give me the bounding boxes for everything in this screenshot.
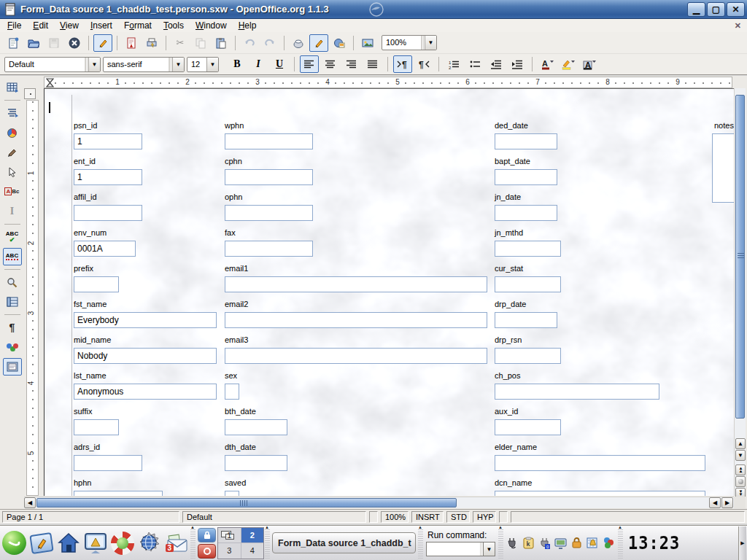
field-input[interactable] xyxy=(225,276,487,292)
vertical-ruler[interactable]: 1 2 3 4 5 xyxy=(26,100,39,496)
home-folder-button[interactable] xyxy=(55,527,82,559)
help-center-button[interactable] xyxy=(109,527,136,559)
field-input[interactable] xyxy=(495,312,557,328)
open-button[interactable] xyxy=(24,34,43,52)
status-hyperlink-mode[interactable]: HYP xyxy=(473,511,496,523)
bold-button[interactable]: B xyxy=(228,55,247,73)
pager-desktop-1[interactable]: 1 xyxy=(218,528,241,543)
field-input[interactable] xyxy=(495,133,557,149)
chevron-down-icon[interactable]: ▼ xyxy=(88,58,100,71)
mail-button[interactable]: 3 xyxy=(163,527,190,559)
autotext-button[interactable]: ABc xyxy=(3,183,22,201)
applet-handle[interactable] xyxy=(618,528,623,559)
panel-hide-button[interactable]: ▶ xyxy=(738,526,746,560)
horizontal-scrollbar-thumb[interactable] xyxy=(36,498,457,508)
menu-tools[interactable]: Tools xyxy=(158,20,190,31)
field-input[interactable] xyxy=(74,169,142,185)
field-input[interactable] xyxy=(74,348,217,364)
align-left-button[interactable] xyxy=(300,55,319,73)
field-input[interactable] xyxy=(495,169,557,185)
navigator-button[interactable] xyxy=(289,34,308,52)
field-input[interactable] xyxy=(225,455,287,471)
background-color-button[interactable]: A xyxy=(580,55,599,73)
stop-button[interactable] xyxy=(65,34,84,52)
scroll-right-end-button[interactable]: ▶ xyxy=(721,497,733,508)
field-input[interactable] xyxy=(495,384,659,400)
zoom-combobox[interactable]: 100% ▼ xyxy=(382,35,437,50)
italic-button[interactable]: I xyxy=(249,55,268,73)
status-selection-mode[interactable]: STD xyxy=(446,511,470,523)
draw-functions-button[interactable] xyxy=(3,144,22,161)
insert-table-button[interactable] xyxy=(3,79,22,96)
field-input[interactable] xyxy=(712,133,734,203)
suse-menu-button[interactable] xyxy=(1,527,28,559)
applet-handle[interactable] xyxy=(190,528,196,559)
run-command-input[interactable] xyxy=(426,542,480,556)
field-input[interactable] xyxy=(225,384,239,400)
field-input[interactable] xyxy=(225,169,313,185)
title-bar[interactable]: Form_Data source 1_chaddb_test.person.sx… xyxy=(0,0,747,19)
horizontal-scrollbar[interactable]: ◀ ◀ ▶ xyxy=(24,497,734,508)
copy-button[interactable] xyxy=(191,34,210,52)
power-plug-icon[interactable] xyxy=(506,536,519,550)
field-input[interactable] xyxy=(74,419,119,435)
highlighting-button[interactable] xyxy=(559,55,578,73)
menu-format[interactable]: Format xyxy=(118,20,158,31)
menu-window[interactable]: Window xyxy=(190,20,233,31)
calendar-alarm-icon[interactable] xyxy=(586,536,600,550)
field-input[interactable] xyxy=(495,241,561,257)
maximize-button[interactable]: ▢ xyxy=(707,2,725,17)
menu-insert[interactable]: Insert xyxy=(85,20,118,31)
display-settings-icon[interactable] xyxy=(554,536,568,550)
print-button[interactable] xyxy=(142,34,161,52)
pager-desktop-3[interactable]: 3 xyxy=(218,543,241,559)
horizontal-ruler[interactable]: 1 2 3 4 5 6 7 8 9 xyxy=(44,77,732,88)
stylist-button[interactable] xyxy=(309,34,328,52)
redo-button[interactable] xyxy=(260,34,279,52)
field-input[interactable] xyxy=(74,205,142,221)
vertical-scrollbar-thumb[interactable] xyxy=(735,95,745,419)
document-close-icon[interactable]: ✕ xyxy=(735,21,741,31)
taskbar-window-button[interactable]: Form_Data source 1_chaddb_t xyxy=(272,532,416,553)
font-size-combobox[interactable]: 12 ▼ xyxy=(187,57,219,72)
suse-watcher-icon[interactable] xyxy=(602,536,616,550)
align-center-button[interactable] xyxy=(321,55,340,73)
save-button[interactable] xyxy=(44,34,63,52)
field-input[interactable] xyxy=(74,133,142,149)
paragraph-style-combobox[interactable]: Default ▼ xyxy=(4,57,101,72)
insert-graphics-button[interactable] xyxy=(358,34,377,52)
field-input[interactable] xyxy=(225,312,487,328)
increase-indent-button[interactable] xyxy=(508,55,527,73)
right-to-left-button[interactable]: ¶ xyxy=(414,55,433,73)
scroll-left-button[interactable]: ◀ xyxy=(24,497,36,508)
cut-button[interactable]: ✂ xyxy=(171,34,190,52)
applet-handle[interactable] xyxy=(418,528,423,559)
minimize-button[interactable]: ▁ xyxy=(687,2,705,17)
field-input[interactable] xyxy=(225,241,313,257)
export-pdf-button[interactable] xyxy=(122,34,141,52)
field-input[interactable] xyxy=(495,205,557,221)
gallery-button[interactable] xyxy=(330,34,349,52)
field-input[interactable] xyxy=(225,491,239,496)
field-input[interactable] xyxy=(495,419,561,435)
menu-help[interactable]: Help xyxy=(233,20,263,31)
applet-handle[interactable] xyxy=(498,528,503,559)
paste-button[interactable] xyxy=(212,34,231,52)
vertical-scrollbar[interactable]: ▲ ▼ ▲▲ ▼▼ xyxy=(734,88,746,496)
nonprinting-characters-button[interactable]: ¶ xyxy=(3,319,22,336)
scroll-left-end-button[interactable]: ◀ xyxy=(709,497,721,508)
insert-object-button[interactable] xyxy=(3,124,22,141)
taskbar-clock[interactable]: 13:23 xyxy=(628,532,680,553)
status-page-style[interactable]: Default xyxy=(182,511,366,523)
applet-handle[interactable] xyxy=(265,528,270,559)
lock-session-button[interactable] xyxy=(198,528,216,542)
autospellcheck-button[interactable]: ABC xyxy=(3,248,22,265)
form-functions-button[interactable] xyxy=(3,163,22,181)
font-name-combobox[interactable]: sans-serif ▼ xyxy=(103,57,185,72)
online-layout-button[interactable] xyxy=(3,358,22,376)
scroll-down-button[interactable]: ▼ xyxy=(735,450,746,461)
status-page[interactable]: Page 1 / 1 xyxy=(2,511,179,523)
field-input[interactable] xyxy=(74,276,119,292)
pager-desktop-2[interactable]: 2 xyxy=(241,528,264,543)
font-color-button[interactable]: A xyxy=(538,55,557,73)
